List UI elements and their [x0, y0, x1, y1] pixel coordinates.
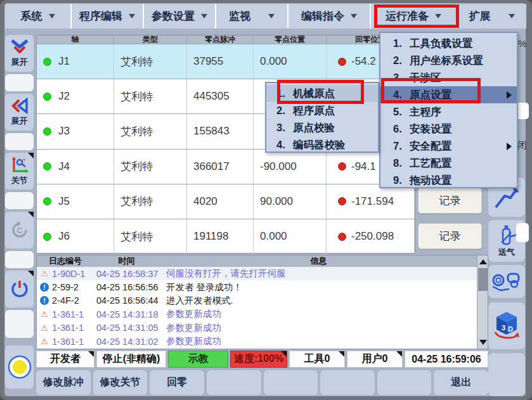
status-lamp-button[interactable] [5, 345, 34, 389]
menu-extend-label: 扩展 [469, 9, 491, 23]
menu-item-safety-config[interactable]: 7.安全配置 [380, 138, 517, 155]
log-col-time: 时间 [94, 255, 159, 267]
info-icon: ! [40, 296, 49, 305]
log-row[interactable]: ⚠ 1-90D-1 04-25 16:58:37 伺服没有打开，请先打开伺服 [37, 267, 488, 280]
pendant-screenshot: 系统 程序编辑 参数设置 监视 编辑指令 运行准备 扩展 展开 展开 关节 C … [0, 0, 532, 400]
table-row[interactable]: J5 艾利特 4020 90.000 -171.594 [37, 184, 415, 219]
submenu-arrow-icon [507, 143, 512, 150]
servo-power-button[interactable] [5, 271, 34, 307]
speed-badge[interactable]: 速度:100% [230, 351, 287, 368]
menu-system[interactable]: 系统 [5, 4, 70, 29]
log-row[interactable]: ! 2-59-2 04-25 16:56:56 开发者 登录成功！ [37, 280, 488, 294]
menu-parameter-settings[interactable]: 参数设置 [144, 4, 215, 29]
item-label: 安装设置 [410, 122, 451, 136]
tool-frame-badge[interactable]: 工具0 [289, 351, 345, 368]
type-cell: 艾利特 [114, 79, 187, 113]
scrollbar-thumb[interactable] [478, 268, 488, 291]
sidebar-empty-slot [5, 133, 34, 150]
scroll-up-icon[interactable] [479, 259, 487, 264]
exit-button[interactable]: 退出 [434, 370, 488, 395]
table-row[interactable]: J4 艾利特 366017 -90.000 -94.1 [37, 149, 415, 184]
teach-mode-badge: 示教 [168, 351, 228, 368]
handheld-device-button[interactable] [488, 265, 525, 298]
sidebar-empty-slot [5, 192, 34, 209]
menu-item-drag-settings[interactable]: 9.拖动设置 [380, 172, 517, 189]
log-message: 开发者 登录成功！ [166, 281, 478, 294]
warning-icon: ⚠ [37, 269, 52, 278]
type-cell: 艾利特 [114, 114, 187, 148]
chevron-down-icon [268, 14, 275, 18]
menu-item-user-coord-settings[interactable]: 2.用户坐标系设置 [380, 52, 517, 69]
side-tab[interactable] [516, 103, 529, 119]
log-time: 04-25 14:31:05 [96, 323, 166, 333]
power-icon [10, 279, 30, 299]
axis-cell: J3 [37, 114, 114, 148]
cycle-mode-button-disabled[interactable]: C [5, 212, 34, 248]
log-scrollbar[interactable] [477, 255, 488, 349]
gas-cylinder-icon [495, 224, 518, 247]
item-label: 工艺配置 [410, 157, 451, 171]
menu-monitor[interactable]: 监视 [216, 4, 287, 29]
log-row[interactable]: ⚠ 1-361-1 04-25 14:31:18 参数更新成功 [37, 307, 488, 321]
table-row[interactable]: J6 艾利特 191198 0.000 -250.098 [37, 219, 415, 254]
menu-edit-command[interactable]: 编辑指令 [289, 4, 370, 29]
expand-left-button[interactable]: 展开 [5, 94, 34, 131]
table-header-row: 轴 类型 零点脉冲 零点位置 回零位置 [37, 35, 415, 44]
log-time: 04-25 14:31:02 [96, 337, 166, 347]
status-lamp-icon [7, 354, 32, 380]
axis-name: J4 [58, 160, 70, 173]
submenu-item-origin-check[interactable]: 3.原点校验 [266, 119, 378, 136]
log-row[interactable]: ⚠ 1-361-1 04-25 14:31:02 参数更新成功 [37, 335, 488, 348]
return-zero-button[interactable]: 回零 [150, 370, 204, 395]
submenu-item-program-origin[interactable]: 2.程序原点 [266, 102, 378, 119]
home-value: -94.1 [351, 160, 376, 173]
menu-extend[interactable]: 扩展 [457, 4, 526, 29]
user-mode-badge[interactable]: 开发者 [36, 351, 94, 368]
axis-cell: J5 [37, 184, 114, 219]
item-label: 安全配置 [410, 139, 451, 153]
side-tab[interactable] [516, 223, 529, 242]
log-row[interactable]: ⚠ 1-361-1 04-25 14:31:05 参数更新成功 [37, 321, 488, 335]
col-header-zero-pulse: 零点脉冲 [187, 35, 254, 44]
axis-cell: J2 [37, 79, 114, 113]
scroll-down-icon[interactable] [479, 340, 487, 345]
pulse-cell: 37955 [187, 44, 254, 79]
log-row[interactable]: ! 2-4F-2 04-25 16:56:44 进入开发者模式. [37, 294, 488, 307]
softkey-bar: 修改脉冲 修改关节 回零 退出 [36, 370, 488, 395]
svg-text:3: 3 [502, 324, 505, 332]
modify-joint-button[interactable]: 修改关节 [93, 370, 148, 395]
pulse-cell: 191198 [187, 219, 254, 254]
annotation-box-run-prepare [374, 4, 459, 28]
pulse-cell: 445305 [187, 79, 254, 113]
warning-icon: ⚠ [37, 323, 52, 333]
menu-item-process-config[interactable]: 8.工艺配置 [380, 155, 517, 172]
joint-coordinate-button[interactable]: 关节 [5, 153, 34, 190]
expand-down-label: 展开 [11, 56, 28, 68]
record-button-j6[interactable]: 记录 [418, 223, 482, 249]
submenu-item-encoder-check[interactable]: 4.编码器校验 [266, 136, 378, 153]
log-header-row: 日志编号 时间 信息 [37, 255, 488, 267]
submenu-arrow-icon [507, 91, 512, 99]
status-ok-icon [43, 58, 51, 66]
table-row[interactable]: J1 艾利特 37955 0.000 -54.2 [37, 44, 415, 79]
zero-value: 90.000 [260, 195, 293, 208]
pulse-value: 37955 [193, 55, 223, 68]
menu-program-edit[interactable]: 程序编辑 [72, 4, 143, 29]
view-3d-button[interactable]: 3 D [488, 302, 525, 349]
run-prepare-dropdown: 1.工具负载设置 2.用户坐标系设置 3.干涉区 4.原点设置 5.主程序 6.… [379, 32, 518, 188]
menu-item-tool-load-settings[interactable]: 1.工具负载设置 [380, 35, 517, 52]
pulse-value: 366017 [193, 160, 230, 173]
item-label: 拖动设置 [410, 174, 451, 188]
user-frame-badge[interactable]: 用户0 [347, 351, 403, 368]
item-number: 2. [393, 55, 410, 67]
item-label: 主程序 [410, 105, 441, 119]
log-id: 1-90D-1 [52, 269, 96, 279]
menu-program-edit-label: 程序编辑 [79, 9, 122, 23]
modify-pulse-button[interactable]: 修改脉冲 [36, 370, 91, 395]
menu-item-install-settings[interactable]: 6.安装设置 [380, 120, 517, 138]
record-button-j5[interactable]: 记录 [418, 188, 482, 214]
log-col-id: 日志编号 [37, 255, 94, 267]
menu-item-main-program[interactable]: 5.主程序 [380, 103, 517, 120]
info-icon: ! [40, 283, 49, 292]
expand-down-button[interactable]: 展开 [5, 35, 34, 72]
